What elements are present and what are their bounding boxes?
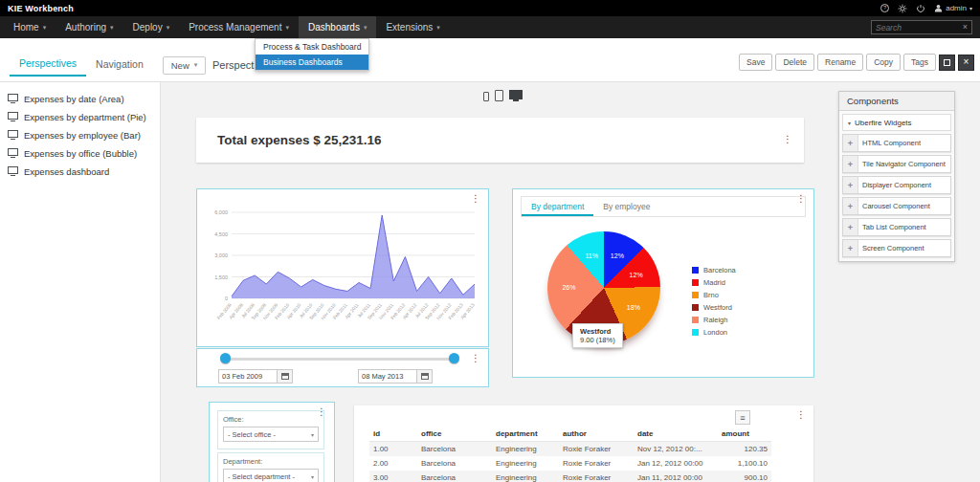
table-row[interactable]: 2.00BarcelonaEngineeringRoxie ForakerJan…: [369, 456, 771, 471]
column-header-amount[interactable]: amount: [718, 427, 771, 442]
legend-swatch: [692, 279, 699, 286]
chevron-down-icon: ▾: [311, 473, 314, 480]
desktop-preview-icon[interactable]: [509, 90, 523, 99]
calendar-button[interactable]: [278, 369, 293, 383]
power-icon[interactable]: [916, 4, 925, 13]
tags-button[interactable]: Tags: [903, 54, 936, 71]
move-icon: +: [843, 177, 858, 193]
end-date-input[interactable]: [358, 369, 417, 383]
kebab-menu-icon[interactable]: ⋮: [471, 354, 480, 363]
office-filter-label: Office:: [223, 415, 319, 424]
legend-swatch: [692, 267, 699, 274]
component-displayer[interactable]: +Displayer Component: [842, 176, 951, 194]
expenses-table-card[interactable]: ≡ ⋮ id office department author date amo…: [354, 405, 813, 482]
slider-handle-end[interactable]: [449, 353, 459, 363]
column-header-date[interactable]: date: [634, 427, 718, 442]
delete-button[interactable]: Delete: [775, 54, 814, 71]
total-expenses-card[interactable]: Total expenses $ 25,231.16 ⋮: [196, 118, 804, 163]
column-header-department[interactable]: department: [492, 427, 559, 442]
sidebar-item-expenses-dashboard[interactable]: Expenses dashboard: [0, 163, 160, 181]
total-expenses-value: Total expenses $ 25,231.16: [217, 118, 382, 163]
search-clear-icon[interactable]: ×: [963, 23, 968, 32]
tab-by-department[interactable]: By department: [522, 197, 593, 216]
chevron-down-icon: ▾: [110, 24, 114, 32]
search-input[interactable]: [876, 23, 963, 33]
help-icon[interactable]: ?: [880, 4, 889, 12]
component-tab-list[interactable]: +Tab List Component: [842, 218, 951, 236]
office-select[interactable]: - Select office -▾: [223, 427, 319, 442]
device-preview-switcher: [483, 90, 523, 101]
components-group-uberfire-widgets[interactable]: ▾Uberfire Widgets: [842, 114, 951, 131]
menu-item-process-task-dashboard[interactable]: Process & Task Dashboard: [256, 39, 368, 55]
column-header-author[interactable]: author: [559, 427, 634, 442]
components-panel: Components ▾Uberfire Widgets +HTML Compo…: [838, 91, 955, 262]
tab-by-employee[interactable]: By employee: [593, 197, 659, 216]
tab-navigation[interactable]: Navigation: [86, 55, 153, 76]
start-date-input[interactable]: [218, 369, 278, 383]
menu-item-business-dashboards[interactable]: Business Dashboards: [256, 55, 368, 70]
pie-chart-card[interactable]: ⋮ By department By employee 12%12%18%26%…: [512, 188, 814, 378]
nav-item-home[interactable]: Home▾: [4, 16, 56, 38]
kie-workbench-window: KIE Workbench ? admin ▾ Home▾ Authoring▾…: [0, 0, 980, 482]
legend-item[interactable]: Madrid: [692, 278, 736, 287]
tab-perspectives[interactable]: Perspectives: [10, 54, 86, 77]
maximize-icon: [944, 59, 950, 66]
tablet-preview-icon[interactable]: [495, 90, 503, 101]
legend-swatch: [692, 292, 699, 298]
component-carousel[interactable]: +Carousel Component: [842, 197, 951, 215]
legend-item[interactable]: Brno: [692, 291, 736, 299]
save-button[interactable]: Save: [739, 54, 772, 71]
close-button[interactable]: ×: [958, 55, 974, 71]
legend-swatch: [692, 317, 699, 323]
rename-button[interactable]: Rename: [817, 54, 863, 71]
area-chart-svg[interactable]: 01,5003,0004,5006,000Feb 2009Apr 2009Jul…: [201, 203, 484, 342]
sidebar-item-expenses-by-date[interactable]: Expenses by date (Area): [0, 90, 160, 108]
department-select[interactable]: - Select department -▾: [223, 469, 319, 482]
maximize-button[interactable]: [939, 55, 955, 71]
table-row[interactable]: 1.00BarcelonaEngineeringRoxie ForakerNov…: [369, 442, 771, 457]
table-options-button[interactable]: ≡: [735, 410, 750, 425]
nav-item-authoring[interactable]: Authoring▾: [56, 16, 122, 38]
component-screen[interactable]: +Screen Component: [842, 239, 951, 257]
column-header-office[interactable]: office: [417, 427, 492, 442]
office-filter-group: Office: - Select office -▾: [217, 410, 324, 449]
date-range-slider-card[interactable]: ⋮: [196, 348, 489, 387]
column-header-id[interactable]: id: [369, 427, 417, 442]
kebab-menu-icon[interactable]: ⋮: [783, 135, 792, 144]
screen-icon: [8, 130, 18, 138]
area-chart-card[interactable]: ⋮ 01,5003,0004,5006,000Feb 2009Apr 2009J…: [196, 188, 489, 347]
slider-handle-start[interactable]: [220, 353, 231, 363]
screen-icon: [8, 166, 18, 174]
chevron-down-icon: ▾: [167, 24, 170, 32]
kebab-menu-icon[interactable]: ⋮: [796, 410, 806, 420]
nav-item-deploy[interactable]: Deploy▾: [123, 16, 180, 38]
move-icon: +: [843, 135, 858, 151]
legend-item[interactable]: London: [692, 328, 736, 337]
move-icon: +: [843, 219, 858, 235]
table-row[interactable]: 3.00BarcelonaEngineeringRoxie ForakerJan…: [369, 471, 771, 482]
filter-card[interactable]: ⋮ Office: - Select office -▾ Department:…: [209, 402, 335, 482]
component-tile-navigator[interactable]: +Tile Navigator Component: [842, 155, 951, 173]
nav-item-extensions[interactable]: Extensions▾: [376, 16, 449, 38]
legend-item[interactable]: Barcelona: [692, 266, 736, 274]
user-menu[interactable]: admin ▾: [934, 4, 972, 12]
legend-item[interactable]: Westford: [692, 303, 736, 312]
svg-text:0: 0: [225, 296, 228, 301]
top-bar: KIE Workbench ? admin ▾: [0, 0, 980, 16]
sidebar-item-expenses-by-office[interactable]: Expenses by office (Bubble): [0, 144, 160, 163]
calendar-button[interactable]: [417, 369, 433, 383]
chevron-down-icon: ▾: [311, 431, 314, 438]
department-filter-label: Department:: [223, 457, 319, 466]
nav-item-dashboards[interactable]: Dashboards▾: [299, 16, 376, 38]
sidebar-item-expenses-by-department[interactable]: Expenses by department (Pie): [0, 108, 160, 126]
sidebar-item-expenses-by-employee[interactable]: Expenses by employee (Bar): [0, 126, 160, 144]
nav-item-process-management[interactable]: Process Management▾: [179, 16, 299, 38]
mobile-preview-icon[interactable]: [483, 92, 489, 101]
chevron-down-icon: ▾: [969, 5, 972, 11]
legend-item[interactable]: Raleigh: [692, 316, 736, 324]
settings-gear-icon[interactable]: [898, 4, 907, 13]
app-logo: KIE Workbench: [8, 4, 74, 13]
component-html[interactable]: +HTML Component: [842, 134, 951, 152]
new-button[interactable]: New▾: [163, 56, 207, 75]
copy-button[interactable]: Copy: [866, 54, 901, 71]
